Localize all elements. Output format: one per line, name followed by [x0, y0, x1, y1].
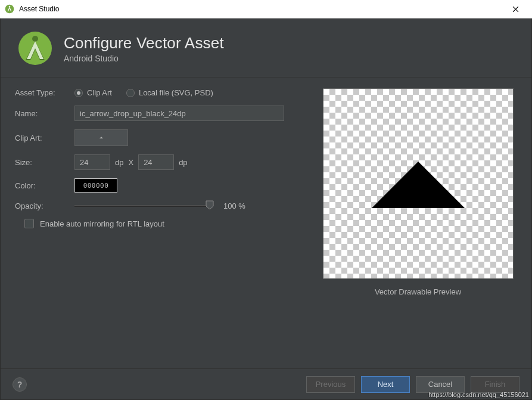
- size-sep: X: [128, 158, 133, 167]
- dialog-footer: ? Previous Next Cancel Finish: [1, 368, 531, 399]
- name-label: Name:: [15, 109, 74, 118]
- opacity-label: Opacity:: [15, 201, 74, 210]
- color-label: Color:: [15, 181, 74, 190]
- next-button[interactable]: Next: [361, 376, 410, 393]
- radio-label: Local file (SVG, PSD): [139, 88, 213, 97]
- preview-caption: Vector Drawable Preview: [375, 287, 461, 296]
- clipart-label: Clip Art:: [15, 134, 74, 142]
- previous-button: Previous: [306, 376, 355, 393]
- svg-point-1: [9, 6, 11, 8]
- form-panel: Asset Type: Clip Art Local file (SVG, PS…: [15, 88, 301, 364]
- rtl-mirror-label: Enable auto mirroring for RTL layout: [40, 219, 164, 228]
- help-button[interactable]: ?: [13, 377, 27, 392]
- android-studio-logo: [17, 30, 53, 66]
- window-close-button[interactable]: [503, 0, 527, 18]
- asset-type-clipart-radio[interactable]: Clip Art: [74, 88, 112, 97]
- window-title: Asset Studio: [19, 5, 503, 13]
- dialog-header: Configure Vector Asset Android Studio: [1, 18, 531, 77]
- color-picker-button[interactable]: 000000: [74, 178, 117, 193]
- finish-button: Finish: [471, 376, 519, 393]
- rtl-mirror-checkbox[interactable]: [24, 219, 34, 228]
- size-unit: dp: [115, 158, 123, 167]
- dialog-title: Configure Vector Asset: [64, 34, 224, 52]
- asset-type-label: Asset Type:: [15, 88, 74, 97]
- size-unit: dp: [179, 158, 187, 167]
- radio-label: Clip Art: [87, 88, 112, 97]
- asset-type-localfile-radio[interactable]: Local file (SVG, PSD): [126, 88, 213, 97]
- size-label: Size:: [15, 158, 74, 167]
- arrow-drop-up-icon: [97, 134, 105, 142]
- size-width-input[interactable]: [74, 154, 110, 170]
- android-studio-icon: [5, 4, 14, 14]
- dialog-subtitle: Android Studio: [64, 54, 224, 63]
- opacity-value: 100 %: [223, 201, 245, 210]
- cancel-button[interactable]: Cancel: [416, 376, 465, 393]
- name-input[interactable]: [74, 106, 284, 121]
- size-height-input[interactable]: [138, 154, 174, 170]
- clipart-picker-button[interactable]: [74, 129, 128, 146]
- opacity-slider[interactable]: [74, 201, 211, 210]
- preview-canvas: [323, 88, 514, 279]
- svg-point-3: [32, 36, 38, 42]
- arrow-drop-up-icon: [372, 162, 465, 208]
- preview-panel: Vector Drawable Preview: [319, 88, 517, 364]
- titlebar: Asset Studio: [0, 0, 532, 18]
